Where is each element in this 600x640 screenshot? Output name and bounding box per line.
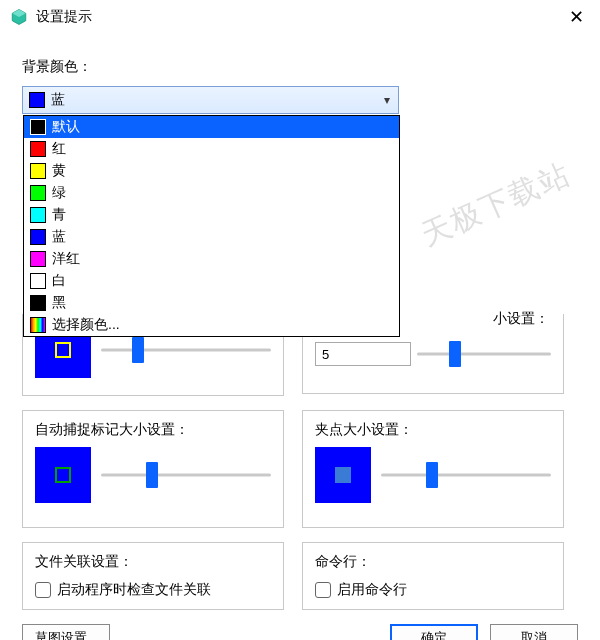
- cmdline-label: 命令行：: [315, 553, 551, 571]
- color-option-label: 洋红: [52, 250, 80, 268]
- background-color-dropdown[interactable]: 默认红黄绿青蓝洋红白黑选择颜色...: [23, 115, 400, 337]
- color-option[interactable]: 选择颜色...: [24, 314, 399, 336]
- color-swatch: [30, 229, 46, 245]
- color-swatch: [30, 273, 46, 289]
- auto-capture-panel: 自动捕捉标记大小设置：: [22, 410, 284, 528]
- color-swatch: [30, 119, 46, 135]
- color-swatch: [30, 163, 46, 179]
- color-swatch: [30, 207, 46, 223]
- color-swatch: [30, 141, 46, 157]
- color-option[interactable]: 黄: [24, 160, 399, 182]
- titlebar: 设置提示 ✕: [0, 0, 600, 34]
- chevron-down-icon: ▾: [376, 93, 398, 107]
- color-option[interactable]: 洋红: [24, 248, 399, 270]
- selected-color-name: 蓝: [51, 91, 376, 109]
- color-option-label: 默认: [52, 118, 80, 136]
- preview-fill: [335, 467, 351, 483]
- checkbox-icon: [35, 582, 51, 598]
- color-option-label: 白: [52, 272, 66, 290]
- color-option[interactable]: 绿: [24, 182, 399, 204]
- color-option-label: 黑: [52, 294, 66, 312]
- color-option[interactable]: 白: [24, 270, 399, 292]
- background-color-combo[interactable]: 蓝 ▾ 默认红黄绿青蓝洋红白黑选择颜色...: [22, 86, 399, 114]
- cmdline-checkbox-label: 启用命令行: [337, 581, 407, 599]
- selected-color-swatch: [29, 92, 45, 108]
- right-upper-slider[interactable]: [417, 342, 551, 366]
- grip-slider[interactable]: [381, 463, 551, 487]
- auto-capture-slider[interactable]: [101, 463, 271, 487]
- color-swatch: [30, 185, 46, 201]
- color-option-label: 青: [52, 206, 66, 224]
- color-option[interactable]: 蓝: [24, 226, 399, 248]
- color-option-label: 蓝: [52, 228, 66, 246]
- window-title: 设置提示: [36, 8, 562, 26]
- color-option[interactable]: 黑: [24, 292, 399, 314]
- color-swatch: [30, 251, 46, 267]
- file-assoc-checkbox-label: 启动程序时检查文件关联: [57, 581, 211, 599]
- file-assoc-panel: 文件关联设置： 启动程序时检查文件关联: [22, 542, 284, 610]
- close-icon[interactable]: ✕: [562, 6, 590, 28]
- color-option-label: 选择颜色...: [52, 316, 120, 334]
- color-option-label: 黄: [52, 162, 66, 180]
- color-swatch: [30, 317, 46, 333]
- grip-preview: [315, 447, 371, 503]
- file-assoc-label: 文件关联设置：: [35, 553, 271, 571]
- color-option[interactable]: 青: [24, 204, 399, 226]
- background-color-label: 背景颜色：: [22, 58, 578, 76]
- cmdline-checkbox[interactable]: 启用命令行: [315, 581, 551, 599]
- checkbox-icon: [315, 582, 331, 598]
- color-option[interactable]: 默认: [24, 116, 399, 138]
- color-option[interactable]: 红: [24, 138, 399, 160]
- color-option-label: 绿: [52, 184, 66, 202]
- auto-capture-label: 自动捕捉标记大小设置：: [35, 421, 271, 439]
- grip-label: 夹点大小设置：: [315, 421, 551, 439]
- preview-outline: [55, 342, 71, 358]
- file-assoc-checkbox[interactable]: 启动程序时检查文件关联: [35, 581, 271, 599]
- watermark: 天极下载站: [415, 153, 578, 256]
- color-swatch: [30, 295, 46, 311]
- auto-capture-preview: [35, 447, 91, 503]
- cmdline-panel: 命令行： 启用命令行: [302, 542, 564, 610]
- preview-outline: [55, 467, 71, 483]
- color-option-label: 红: [52, 140, 66, 158]
- left-upper-slider[interactable]: [101, 338, 271, 362]
- ok-button[interactable]: 确定: [390, 624, 478, 640]
- background-color-section: 背景颜色： 蓝 ▾ 默认红黄绿青蓝洋红白黑选择颜色...: [22, 58, 578, 114]
- sketch-settings-button[interactable]: 草图设置...: [22, 624, 110, 640]
- app-icon: [10, 8, 28, 26]
- grip-panel: 夹点大小设置：: [302, 410, 564, 528]
- right-upper-label-fragment: 小设置：: [493, 310, 549, 328]
- right-upper-value-input[interactable]: [315, 342, 411, 366]
- cancel-button[interactable]: 取消: [490, 624, 578, 640]
